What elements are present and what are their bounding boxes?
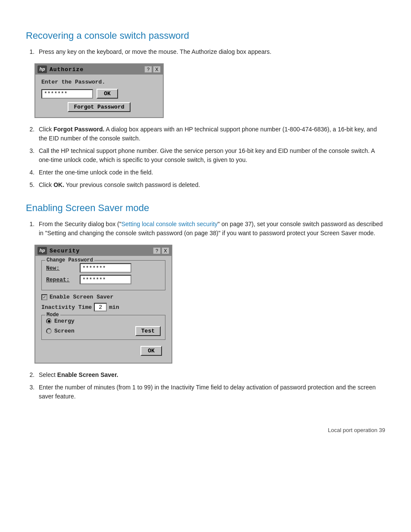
screen-radio-inner: Screen bbox=[46, 328, 75, 334]
security-close-btn[interactable]: X bbox=[162, 247, 169, 254]
inactivity-row: Inactivity Time min bbox=[41, 303, 165, 311]
security-dialog: hp Security ? X Change Password New: Rep… bbox=[34, 245, 172, 364]
change-password-label: Change Password bbox=[45, 257, 94, 263]
step-1-2-bold: Forgot Password. bbox=[53, 126, 104, 133]
section1-steps: Press any key on the keyboard, or move t… bbox=[36, 47, 385, 56]
section2-step1: From the Security dialog box ("Setting l… bbox=[36, 220, 385, 238]
authorize-ok-btn[interactable]: OK bbox=[97, 89, 118, 99]
security-dialog-wrapper: hp Security ? X Change Password New: Rep… bbox=[34, 245, 385, 364]
new-password-row: New: bbox=[46, 263, 161, 273]
step-1-1: Press any key on the keyboard, or move t… bbox=[36, 47, 385, 56]
step-1-4-text: Enter the one-time unlock code in the fi… bbox=[39, 169, 153, 176]
repeat-password-input[interactable] bbox=[80, 275, 131, 284]
step-1-4: Enter the one-time unlock code in the fi… bbox=[36, 168, 385, 177]
security-titlebar-controls: ? X bbox=[153, 247, 169, 254]
step-1-1-text: Press any key on the keyboard, or move t… bbox=[39, 48, 271, 55]
security-ok-row: OK bbox=[41, 343, 165, 358]
step-1-5-after: Your previous console switch password is… bbox=[64, 181, 200, 188]
section1-steps-2to5: Click Forgot Password. A dialog box appe… bbox=[36, 125, 385, 190]
security-body: Change Password New: Repeat: ✓ Enable Sc… bbox=[35, 256, 171, 363]
security-titlebar-left: hp Security bbox=[37, 247, 80, 255]
mode-group-label: Mode bbox=[45, 312, 60, 318]
test-btn[interactable]: Test bbox=[135, 326, 161, 336]
step-1-3-text: Call the HP technical support phone numb… bbox=[39, 147, 375, 163]
authorize-title-text: Authorize bbox=[50, 66, 84, 73]
screen-radio[interactable] bbox=[46, 328, 52, 334]
inactivity-unit: min bbox=[109, 304, 119, 311]
section1-title: Recovering a console switch password bbox=[26, 30, 385, 41]
authorize-dialog: hp Authorize ? X Enter the Password. OK … bbox=[34, 63, 164, 118]
security-help-btn[interactable]: ? bbox=[153, 247, 161, 254]
mode-group: Mode Energy Screen Test bbox=[41, 315, 165, 340]
step-1-5-bold: OK. bbox=[53, 181, 64, 188]
authorize-titlebar: hp Authorize ? X bbox=[35, 64, 163, 75]
energy-radio-row: Energy bbox=[46, 318, 161, 324]
footer-text: Local port operation 39 bbox=[328, 427, 385, 433]
energy-label: Energy bbox=[54, 318, 75, 324]
new-label: New: bbox=[46, 265, 76, 271]
step-1-3: Call the HP technical support phone numb… bbox=[36, 146, 385, 165]
step-2-2: Select Enable Screen Saver. bbox=[36, 370, 385, 380]
step-2-3: Enter the number of minutes (from 1 to 9… bbox=[36, 383, 385, 401]
step-2-1: From the Security dialog box ("Setting l… bbox=[36, 220, 385, 238]
authorize-password-input[interactable] bbox=[41, 89, 93, 99]
authorize-close-btn[interactable]: X bbox=[153, 66, 161, 73]
energy-radio-dot bbox=[48, 320, 50, 323]
step-2-1-link[interactable]: Setting local console switch security bbox=[121, 221, 218, 227]
screen-radio-row: Screen Test bbox=[46, 326, 161, 336]
enable-screen-saver-label: Enable Screen Saver bbox=[50, 294, 113, 300]
repeat-password-row: Repeat: bbox=[46, 275, 161, 284]
authorize-titlebar-left: hp Authorize bbox=[37, 65, 84, 73]
new-password-input[interactable] bbox=[80, 263, 131, 273]
section2-title: Enabling Screen Saver mode bbox=[26, 202, 385, 214]
change-password-group: Change Password New: Repeat: bbox=[41, 260, 165, 290]
step-1-2: Click Forgot Password. A dialog box appe… bbox=[36, 125, 385, 143]
authorize-body: Enter the Password. OK Forgot Password bbox=[35, 75, 163, 117]
section2-steps-2to3: Select Enable Screen Saver. Enter the nu… bbox=[36, 370, 385, 401]
screen-label: Screen bbox=[54, 328, 75, 334]
authorize-password-row: OK bbox=[41, 89, 157, 99]
enable-screen-saver-row: ✓ Enable Screen Saver bbox=[41, 294, 165, 300]
hp-logo-authorize: hp bbox=[37, 65, 47, 73]
authorize-prompt: Enter the Password. bbox=[41, 79, 157, 85]
step-1-5: Click OK. Your previous console switch p… bbox=[36, 180, 385, 190]
authorize-forgot-btn[interactable]: Forgot Password bbox=[68, 102, 130, 112]
authorize-dialog-wrapper: hp Authorize ? X Enter the Password. OK … bbox=[34, 63, 385, 118]
step-2-3-text: Enter the number of minutes (from 1 to 9… bbox=[39, 384, 376, 400]
step-2-1-before: From the Security dialog box (" bbox=[39, 221, 121, 227]
step-2-2-bold: Enable Screen Saver. bbox=[57, 371, 118, 378]
page-footer: Local port operation 39 bbox=[26, 427, 385, 433]
security-title-text: Security bbox=[50, 248, 80, 254]
repeat-label: Repeat: bbox=[46, 277, 76, 283]
inactivity-input[interactable] bbox=[94, 303, 107, 311]
forgot-btn-row: Forgot Password bbox=[41, 102, 157, 112]
security-titlebar: hp Security ? X bbox=[35, 246, 171, 256]
hp-logo-security: hp bbox=[37, 247, 47, 255]
authorize-titlebar-controls: ? X bbox=[144, 66, 161, 73]
security-ok-btn[interactable]: OK bbox=[140, 346, 162, 356]
enable-screen-saver-checkbox[interactable]: ✓ bbox=[41, 294, 47, 300]
step-2-2-before: Select bbox=[39, 371, 57, 378]
inactivity-label: Inactivity Time bbox=[41, 304, 92, 311]
authorize-help-btn[interactable]: ? bbox=[144, 66, 152, 73]
energy-radio[interactable] bbox=[46, 318, 52, 324]
step-1-5-before: Click bbox=[39, 181, 53, 188]
step-1-2-before: Click bbox=[39, 126, 53, 133]
